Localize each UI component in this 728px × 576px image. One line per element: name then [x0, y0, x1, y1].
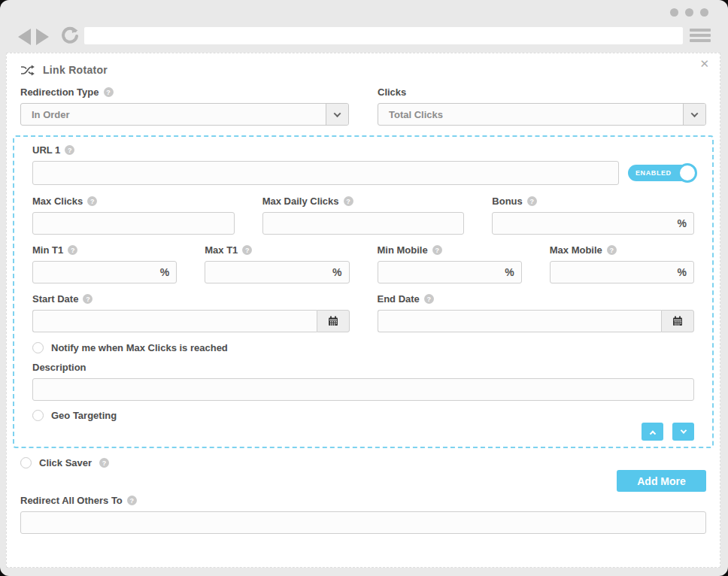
percent-suffix: %: [160, 266, 169, 278]
help-icon[interactable]: ?: [242, 245, 252, 255]
description-label: Description: [32, 362, 86, 373]
bonus-input[interactable]: [492, 212, 694, 235]
help-icon[interactable]: ?: [87, 196, 97, 206]
description-input[interactable]: [32, 378, 694, 401]
notify-radio[interactable]: [32, 342, 44, 353]
start-date-label: Start Date: [32, 293, 78, 305]
help-icon[interactable]: ?: [424, 294, 434, 304]
calendar-icon: [328, 316, 338, 326]
end-date-input[interactable]: [378, 310, 662, 332]
min-mobile-label: Min Mobile: [378, 244, 428, 256]
url-1-panel: URL 1 ? ENABLED Max Clicks ?: [13, 135, 714, 448]
max-t1-label: Max T1: [205, 244, 238, 256]
window-dot-icon[interactable]: [670, 8, 678, 17]
help-icon[interactable]: ?: [99, 458, 109, 468]
geo-targeting-label: Geo Targeting: [51, 410, 117, 421]
click-saver-radio[interactable]: [20, 457, 32, 468]
end-date-calendar-button[interactable]: [661, 310, 694, 332]
chevron-up-icon: [649, 431, 655, 437]
max-daily-clicks-input[interactable]: [262, 212, 465, 235]
back-arrow-icon[interactable]: [18, 29, 31, 45]
refresh-icon[interactable]: [62, 26, 78, 44]
redirection-type-value: In Order: [21, 109, 70, 120]
modal-title: Link Rotator: [43, 64, 108, 76]
calendar-icon: [672, 316, 683, 326]
click-saver-label: Click Saver: [39, 457, 92, 468]
menu-icon[interactable]: [690, 29, 711, 42]
percent-suffix: %: [332, 266, 341, 278]
enabled-toggle-label: ENABLED: [635, 169, 672, 177]
close-icon[interactable]: ✕: [699, 58, 709, 69]
move-down-button[interactable]: [672, 423, 694, 441]
chevron-down-icon: [680, 427, 686, 433]
min-t1-label: Min T1: [32, 244, 63, 256]
url-1-label: URL 1: [32, 144, 60, 156]
clicks-select[interactable]: Total Clicks: [378, 103, 706, 126]
help-icon[interactable]: ?: [127, 496, 137, 505]
percent-suffix: %: [505, 266, 514, 278]
notify-label: Notify me when Max Clicks is reached: [51, 342, 228, 353]
help-icon[interactable]: ?: [432, 245, 442, 255]
help-icon[interactable]: ?: [527, 196, 537, 206]
top-select-row: Redirection Type ? In Order Clicks Total…: [20, 86, 706, 126]
enabled-toggle[interactable]: ENABLED: [628, 165, 694, 181]
max-daily-clicks-label: Max Daily Clicks: [262, 196, 339, 207]
redirect-all-input[interactable]: [20, 511, 706, 534]
browser-window: ✕ Link Rotator Redirection Type ?: [0, 0, 728, 576]
max-mobile-input[interactable]: [550, 261, 694, 283]
min-mobile-input[interactable]: [378, 261, 522, 283]
start-date-input[interactable]: [32, 310, 317, 332]
min-t1-input[interactable]: [32, 261, 177, 283]
start-date-calendar-button[interactable]: [317, 310, 350, 332]
bonus-label: Bonus: [492, 196, 522, 207]
clicks-value: Total Clicks: [378, 109, 443, 120]
max-mobile-label: Max Mobile: [550, 244, 602, 256]
help-icon[interactable]: ?: [65, 145, 74, 155]
max-clicks-input[interactable]: [32, 212, 235, 235]
end-date-label: End Date: [378, 293, 420, 305]
redirection-type-label: Redirection Type: [20, 86, 99, 98]
help-icon[interactable]: ?: [607, 245, 617, 255]
window-control-dots[interactable]: [670, 8, 708, 17]
shuffle-icon: [20, 65, 35, 76]
window-dot-icon[interactable]: [700, 8, 708, 17]
url-1-input[interactable]: [32, 161, 619, 185]
address-bar-input[interactable]: [84, 27, 683, 44]
link-rotator-modal: ✕ Link Rotator Redirection Type ?: [6, 53, 720, 568]
max-clicks-label: Max Clicks: [32, 196, 83, 207]
redirection-type-select[interactable]: In Order: [20, 103, 349, 126]
chevron-down-icon: [326, 104, 348, 125]
chevron-down-icon: [683, 104, 705, 125]
move-up-button[interactable]: [642, 423, 663, 441]
add-more-button[interactable]: Add More: [617, 470, 706, 492]
modal-header: Link Rotator: [20, 64, 708, 76]
geo-targeting-radio[interactable]: [32, 410, 44, 421]
percent-suffix: %: [678, 266, 687, 278]
toggle-knob: [678, 163, 697, 183]
help-icon[interactable]: ?: [83, 294, 93, 304]
forward-arrow-icon[interactable]: [36, 29, 49, 45]
percent-suffix: %: [678, 217, 687, 229]
max-t1-input[interactable]: [205, 261, 349, 283]
clicks-label: Clicks: [378, 86, 406, 98]
help-icon[interactable]: ?: [344, 196, 353, 206]
window-dot-icon[interactable]: [685, 8, 693, 17]
help-icon[interactable]: ?: [68, 245, 77, 255]
help-icon[interactable]: ?: [104, 87, 114, 97]
redirect-all-label: Redirect All Others To: [20, 495, 123, 506]
